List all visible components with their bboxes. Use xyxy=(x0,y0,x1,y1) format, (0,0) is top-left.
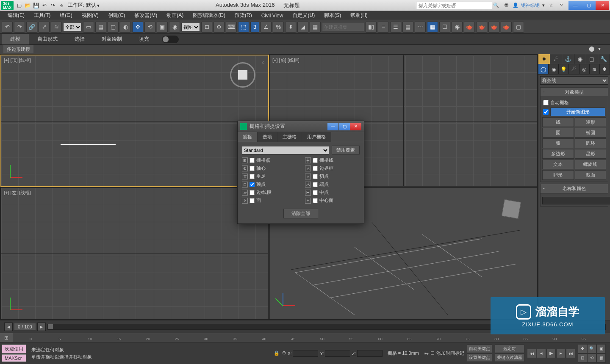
help-search-input[interactable] xyxy=(416,2,492,9)
display-tab[interactable]: ▢ xyxy=(586,54,598,64)
menu-item[interactable]: 视图(V) xyxy=(78,11,103,20)
curve-editor-button[interactable]: 〰 xyxy=(415,22,426,33)
maximize-button[interactable]: ▢ xyxy=(582,1,596,10)
trackbar-toggle-icon[interactable]: ⊞ xyxy=(0,333,13,342)
ribbon-expand-toggle[interactable] xyxy=(162,36,179,43)
snap-checkbox[interactable] xyxy=(313,166,318,171)
selection-filter[interactable]: 全部 xyxy=(63,23,82,31)
spacewarps-subtab[interactable]: ≋ xyxy=(590,64,600,74)
named-selection-input[interactable] xyxy=(322,23,364,31)
snap-option[interactable]: ⊘轴心 xyxy=(242,165,297,171)
absolute-icon[interactable]: ⊕ xyxy=(282,350,286,357)
create-多边形-button[interactable]: 多边形 xyxy=(542,149,574,159)
geometry-subtab[interactable]: ◯ xyxy=(538,64,549,74)
snap2d-button[interactable]: ⬚ xyxy=(238,22,249,33)
setkey-button[interactable]: 设置关键点 xyxy=(467,353,492,362)
layers-button[interactable]: ☰ xyxy=(390,22,401,33)
keyfilter-button[interactable]: 关键点过滤器 xyxy=(495,353,524,362)
link-button[interactable]: 🔗 xyxy=(26,22,37,33)
menu-item[interactable]: 组(G) xyxy=(55,11,76,20)
ribbon-tab[interactable]: 填充 xyxy=(130,34,158,44)
redo-icon[interactable]: ↷ xyxy=(49,2,57,9)
snap-option[interactable]: +中心面 xyxy=(305,197,360,204)
menu-item[interactable]: 工具(T) xyxy=(30,11,55,20)
snap-option[interactable]: ⊢中点 xyxy=(305,189,360,196)
dialog-tab[interactable]: 用户栅格 xyxy=(302,132,331,142)
prev-key-button[interactable]: ◂ xyxy=(537,349,546,358)
snap-option[interactable]: □顶点 xyxy=(242,181,297,188)
menu-item[interactable]: 动画(A) xyxy=(162,11,188,20)
snap-checkbox[interactable] xyxy=(250,190,255,195)
select-name-button[interactable]: ▤ xyxy=(95,22,106,33)
x-input[interactable] xyxy=(293,350,318,357)
select-rect-button[interactable]: ▢ xyxy=(108,22,119,33)
object-type-rollout[interactable]: 对象类型 xyxy=(540,87,608,97)
ribbon-tab[interactable]: 自由形式 xyxy=(29,34,66,44)
viewcube-home-icon[interactable]: ⌂ xyxy=(262,60,265,64)
disable-override-button[interactable]: 禁用覆盖 xyxy=(332,146,360,154)
mirror-button[interactable]: ▮▯ xyxy=(366,22,377,33)
schematic-button[interactable]: ▦ xyxy=(427,22,438,33)
create-螺旋线-button[interactable]: 螺旋线 xyxy=(575,160,607,169)
modify-tab[interactable]: ☄ xyxy=(550,54,562,64)
viewport-label[interactable]: [+] [顶] [线框] xyxy=(4,57,31,63)
maxscript-button[interactable]: MAXScr xyxy=(2,354,26,362)
create-圆环-button[interactable]: 圆环 xyxy=(575,138,607,148)
selected-dropdown[interactable]: 选定对 xyxy=(495,345,524,353)
bind-button[interactable]: ≋ xyxy=(51,22,62,33)
add-time-tag[interactable]: 添加时间标记 xyxy=(436,350,464,356)
key-icon[interactable]: 🗝 xyxy=(424,351,429,356)
scale-button[interactable]: ▣ xyxy=(157,22,168,33)
snap-checkbox[interactable] xyxy=(313,190,318,195)
unlink-button[interactable]: ⤢ xyxy=(39,22,50,33)
chevron-down-icon[interactable]: ▾ xyxy=(542,3,545,8)
autogrid-checkbox[interactable] xyxy=(543,100,549,105)
category-dropdown[interactable]: 样条线 xyxy=(540,76,608,85)
open-icon[interactable]: 📂 xyxy=(24,2,31,9)
create-圆-button[interactable]: 圆 xyxy=(542,128,574,138)
menu-item[interactable]: 脚本(S) xyxy=(320,11,345,20)
create-截面-button[interactable]: 截面 xyxy=(575,170,607,180)
snap-option[interactable]: △边界框 xyxy=(305,165,360,171)
dialog-minimize-button[interactable]: — xyxy=(327,123,338,130)
frame-display[interactable]: 0 / 100 xyxy=(14,323,36,330)
systems-subtab[interactable]: ✱ xyxy=(600,64,610,74)
next-frame-button[interactable]: ▸ xyxy=(37,323,46,331)
layer-explorer-button[interactable]: ▤ xyxy=(402,22,413,33)
create-星形-button[interactable]: 星形 xyxy=(575,149,607,159)
z-input[interactable] xyxy=(357,350,383,357)
orbit-button[interactable]: ⟲ xyxy=(587,353,596,363)
object-name-input[interactable] xyxy=(542,197,610,204)
favorite-icon[interactable]: ☆ xyxy=(547,2,555,9)
startnew-button[interactable]: 开始新图形 xyxy=(550,108,605,116)
spinner-snap-button[interactable]: ⬍ xyxy=(285,22,296,33)
link-icon[interactable]: ⎆ xyxy=(58,2,65,9)
rotate-button[interactable]: ⟲ xyxy=(144,22,155,33)
keyboard-button[interactable]: ⌨ xyxy=(226,22,237,33)
cameras-subtab[interactable]: ☄ xyxy=(569,64,579,74)
pivot-button[interactable]: ⊡ xyxy=(201,22,212,33)
manip-button[interactable]: ⚙ xyxy=(214,22,225,33)
menu-item[interactable]: 创建(C) xyxy=(104,11,130,20)
viewport-top[interactable]: [+] [顶] [线框] ⌂ xyxy=(1,55,269,187)
workspace-switcher[interactable]: 工作区: 默认 ▾ xyxy=(68,2,100,9)
redo-button[interactable]: ↷ xyxy=(14,22,25,33)
helpers-subtab[interactable]: ◎ xyxy=(580,64,590,74)
snap-option[interactable]: ◊面 xyxy=(242,197,297,204)
zoom-all-button[interactable]: ⊡ xyxy=(578,353,587,363)
snap-option[interactable]: ▱边/线段 xyxy=(242,189,297,196)
utilities-tab[interactable]: 🔧 xyxy=(598,54,610,64)
select-button[interactable]: ▭ xyxy=(83,22,94,33)
render-online-button[interactable]: ▢ xyxy=(513,22,524,33)
snap-checkbox[interactable] xyxy=(313,174,318,179)
create-矩形-button[interactable]: 矩形 xyxy=(575,117,607,127)
create-tab[interactable]: ✹ xyxy=(538,54,550,64)
menu-item[interactable]: 图形编辑器(D) xyxy=(189,11,230,20)
ribbon-tab[interactable]: 对象绘制 xyxy=(93,34,130,44)
dialog-titlebar[interactable]: 栅格和捕捉设置 — ▢ ✕ xyxy=(238,121,364,132)
ribbon-collapse-icon[interactable]: ▾ xyxy=(598,46,607,53)
ribbon-tab[interactable]: 建模 xyxy=(2,34,29,44)
ribbon-pin-icon[interactable]: ⬤ xyxy=(589,46,597,53)
viewport-label[interactable]: [+] [左] [线框] xyxy=(4,190,31,196)
menu-item[interactable]: 编辑(E) xyxy=(3,11,29,20)
